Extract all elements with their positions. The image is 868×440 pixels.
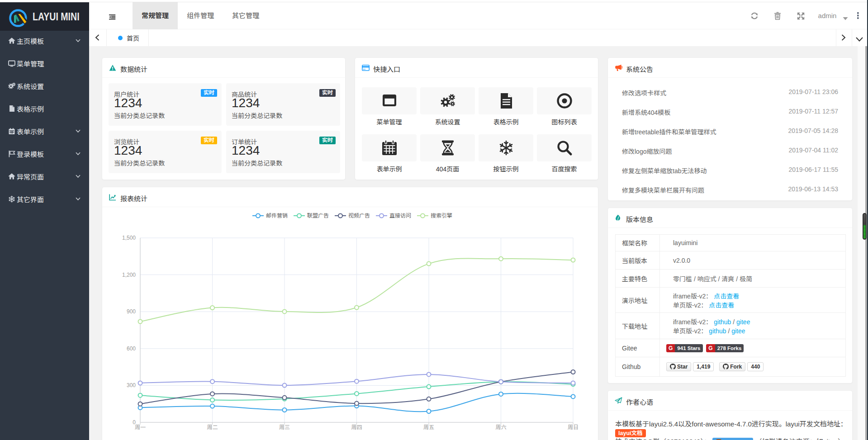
svg-text:周五: 周五 [423,424,434,431]
svg-text:300: 300 [127,382,136,388]
svg-text:视频广告: 视频广告 [348,213,370,219]
svg-text:邮件营销: 邮件营销 [266,213,288,219]
svg-text:搜索引擎: 搜索引擎 [431,213,452,219]
svg-text:1,500: 1,500 [122,235,136,241]
svg-text:周二: 周二 [207,424,218,431]
svg-text:周日: 周日 [568,424,579,431]
svg-text:直接访问: 直接访问 [389,213,411,219]
svg-text:联盟广告: 联盟广告 [307,213,329,219]
svg-text:周四: 周四 [351,424,362,431]
svg-text:周三: 周三 [279,424,290,431]
svg-text:1,200: 1,200 [122,272,136,278]
svg-text:周六: 周六 [495,424,506,431]
svg-text:900: 900 [127,308,136,315]
svg-text:600: 600 [127,345,136,352]
svg-text:周一: 周一 [135,424,146,431]
